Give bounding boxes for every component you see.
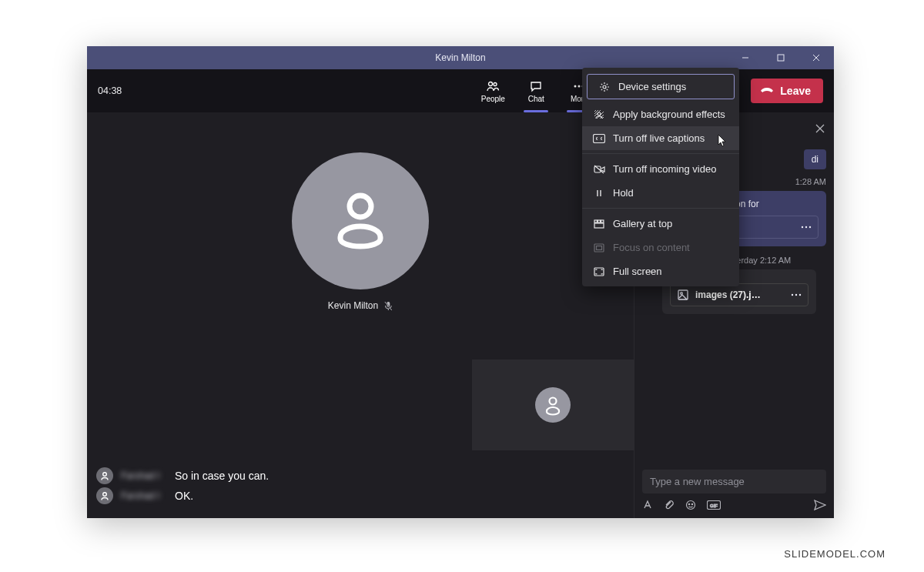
svg-point-35 [691, 503, 692, 504]
maximize-button[interactable] [763, 46, 798, 69]
caption-speaker: Farshad I [121, 470, 167, 481]
background-icon [593, 109, 605, 120]
menu-label: Full screen [613, 266, 662, 277]
svg-rect-48 [594, 223, 604, 228]
participant-name-row: Kevin Milton [328, 300, 393, 311]
gif-icon[interactable]: GIF [707, 500, 721, 510]
more-menu: Device settings Apply background effects… [582, 68, 739, 286]
chat-button[interactable]: Chat [516, 74, 556, 108]
svg-point-30 [792, 294, 793, 296]
video-stage: Kevin Milton [87, 112, 634, 518]
cc-icon [593, 134, 605, 143]
svg-point-31 [795, 294, 797, 296]
svg-point-14 [350, 196, 371, 217]
menu-separator [582, 153, 739, 154]
menu-label: Turn off incoming video [613, 163, 716, 175]
fullscreen-icon [593, 267, 605, 276]
menu-device-settings[interactable]: Device settings [587, 74, 735, 99]
svg-point-38 [603, 85, 606, 89]
message-input[interactable]: Type a new message [642, 470, 826, 493]
leave-label: Leave [780, 85, 811, 97]
svg-point-29 [681, 293, 683, 295]
svg-point-4 [489, 82, 493, 85]
gallery-icon [593, 219, 605, 229]
svg-rect-1 [778, 55, 784, 61]
menu-turn-off-incoming-video[interactable]: Turn off incoming video [582, 157, 739, 181]
caption-speaker: Farshad I [121, 490, 167, 501]
camera-off-icon [593, 165, 605, 174]
close-chat-button[interactable] [815, 124, 825, 133]
svg-point-19 [550, 397, 557, 404]
caption-row: Farshad I OK. [96, 487, 624, 504]
send-button[interactable] [814, 500, 826, 510]
window-title: Kevin Milton [435, 52, 485, 63]
menu-apply-background[interactable]: Apply background effects [582, 102, 739, 126]
pause-icon [593, 189, 605, 198]
chat-label: Chat [528, 95, 544, 103]
svg-rect-45 [594, 220, 598, 222]
chat-compose: Type a new message GIF [634, 463, 834, 518]
caption-avatar [96, 487, 113, 504]
muted-icon [384, 301, 393, 311]
participant-name: Kevin Milton [328, 300, 378, 311]
watermark: SLIDEMODEL.COM [784, 548, 886, 560]
image-icon [677, 289, 689, 301]
svg-rect-28 [678, 290, 688, 299]
svg-rect-46 [598, 220, 601, 222]
svg-text:GIF: GIF [710, 503, 718, 508]
self-video-tile[interactable] [472, 360, 634, 450]
titlebar: Kevin Milton [87, 46, 834, 69]
svg-rect-50 [597, 246, 602, 249]
menu-label: Gallery at top [613, 218, 672, 229]
menu-label: Device settings [618, 81, 686, 92]
close-button[interactable] [798, 46, 834, 69]
caption-avatar [96, 467, 113, 484]
menu-label: Focus on content [613, 242, 690, 253]
window-controls [728, 46, 834, 69]
svg-point-5 [494, 82, 497, 85]
svg-rect-49 [594, 244, 604, 252]
menu-hold[interactable]: Hold [582, 181, 739, 205]
svg-rect-40 [594, 134, 605, 142]
attach-icon[interactable] [664, 500, 675, 510]
svg-point-6 [574, 85, 577, 87]
svg-point-34 [688, 503, 689, 504]
svg-point-7 [578, 85, 581, 87]
menu-gallery-at-top[interactable]: Gallery at top [582, 212, 739, 236]
chat-attachment[interactable]: images (27).j… [670, 283, 808, 306]
svg-point-20 [103, 472, 107, 476]
format-icon[interactable] [642, 500, 653, 510]
chat-message: di [804, 149, 826, 169]
svg-point-33 [687, 501, 695, 510]
compose-toolbar: GIF [642, 500, 826, 510]
focus-icon [593, 243, 605, 253]
leave-button[interactable]: Leave [751, 79, 823, 103]
emoji-icon[interactable] [685, 500, 696, 510]
call-timer: 04:38 [98, 85, 122, 96]
cursor-icon [716, 134, 728, 149]
minimize-button[interactable] [728, 46, 763, 69]
svg-point-32 [799, 294, 801, 296]
people-button[interactable]: People [473, 74, 513, 108]
attachment-name: images (27).j… [695, 289, 785, 300]
participant-avatar [292, 152, 429, 289]
self-avatar [535, 387, 571, 423]
live-captions: Farshad I So in case you can. Farshad I … [87, 460, 634, 512]
svg-point-21 [103, 492, 107, 496]
gear-icon [598, 82, 611, 92]
people-icon [486, 79, 500, 93]
chat-icon [530, 79, 542, 93]
attachment-more-icon[interactable] [791, 293, 802, 296]
attachment-more-icon[interactable] [801, 226, 812, 229]
menu-separator [582, 208, 739, 209]
menu-label: Turn off live captions [613, 132, 705, 144]
menu-full-screen[interactable]: Full screen [582, 259, 739, 283]
caption-text: So in case you can. [175, 470, 269, 482]
svg-point-25 [802, 226, 803, 228]
menu-label: Hold [613, 187, 634, 199]
people-label: People [481, 95, 505, 103]
menu-label: Apply background effects [613, 109, 725, 120]
caption-row: Farshad I So in case you can. [96, 467, 624, 484]
svg-point-26 [805, 226, 807, 228]
svg-point-27 [809, 226, 811, 228]
